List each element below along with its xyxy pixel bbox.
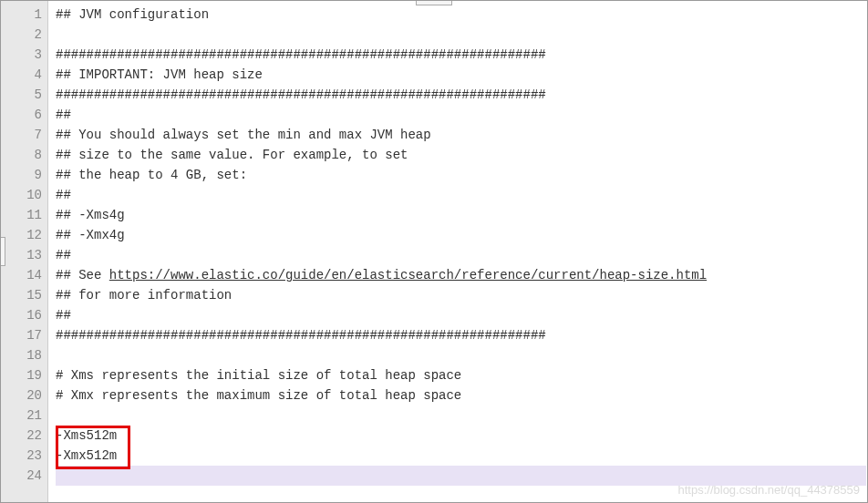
line-number: 17: [12, 325, 42, 345]
line-number: 21: [12, 405, 42, 426]
line-number: 5: [12, 85, 42, 105]
line-number: 13: [12, 245, 42, 265]
code-editor[interactable]: 123456789101112131415161718192021222324 …: [1, 1, 867, 502]
line-number: 19: [12, 365, 42, 385]
line-number: 16: [12, 305, 42, 325]
code-line[interactable]: [56, 405, 867, 426]
code-line[interactable]: ## IMPORTANT: JVM heap size: [56, 65, 867, 85]
code-line[interactable]: ########################################…: [56, 45, 867, 65]
line-number: 2: [12, 25, 42, 45]
line-number: 7: [12, 125, 42, 145]
url-link[interactable]: https://www.elastic.co/guide/en/elastics…: [109, 268, 707, 282]
code-text: ## See: [56, 268, 109, 282]
code-line[interactable]: ## -Xms4g: [56, 205, 867, 225]
code-line[interactable]: ##: [56, 105, 867, 125]
line-number: 20: [12, 385, 42, 405]
code-line[interactable]: # Xmx represents the maximum size of tot…: [56, 385, 867, 405]
code-line[interactable]: ## See https://www.elastic.co/guide/en/e…: [56, 265, 867, 285]
left-ruler-mark: [0, 237, 5, 266]
line-number: 12: [12, 225, 42, 245]
line-number: 15: [12, 285, 42, 305]
code-line[interactable]: ##: [56, 245, 867, 265]
code-line[interactable]: ## -Xmx4g: [56, 225, 867, 245]
current-line-highlight: [56, 466, 866, 486]
code-line[interactable]: [56, 25, 867, 45]
line-number: 8: [12, 145, 42, 165]
code-line[interactable]: -Xms512m: [56, 426, 867, 446]
line-number: 23: [12, 446, 42, 466]
code-line[interactable]: [56, 345, 867, 365]
line-number: 6: [12, 105, 42, 125]
line-number: 22: [12, 426, 42, 446]
code-line[interactable]: ##: [56, 185, 867, 205]
line-number-gutter: 123456789101112131415161718192021222324: [1, 1, 48, 502]
line-number: 10: [12, 185, 42, 205]
code-line[interactable]: ## JVM configuration: [56, 5, 867, 25]
code-line[interactable]: ########################################…: [56, 85, 867, 105]
code-line[interactable]: ########################################…: [56, 325, 867, 345]
line-number: 24: [12, 466, 42, 486]
code-content-area[interactable]: ## JVM configuration####################…: [48, 1, 867, 502]
line-number: 18: [12, 345, 42, 365]
line-number: 14: [12, 265, 42, 285]
line-number: 9: [12, 165, 42, 185]
code-line[interactable]: # Xms represents the initial size of tot…: [56, 365, 867, 385]
line-number: 11: [12, 205, 42, 225]
code-line[interactable]: ## for more information: [56, 285, 867, 305]
code-line[interactable]: -Xmx512m: [56, 446, 867, 466]
line-number: 4: [12, 65, 42, 85]
top-ruler-mark: [416, 0, 452, 5]
code-line[interactable]: ## You should always set the min and max…: [56, 125, 867, 145]
code-line[interactable]: ## the heap to 4 GB, set:: [56, 165, 867, 185]
code-line[interactable]: ##: [56, 305, 867, 325]
code-line[interactable]: ## size to the same value. For example, …: [56, 145, 867, 165]
line-number: 1: [12, 5, 42, 25]
line-number: 3: [12, 45, 42, 65]
